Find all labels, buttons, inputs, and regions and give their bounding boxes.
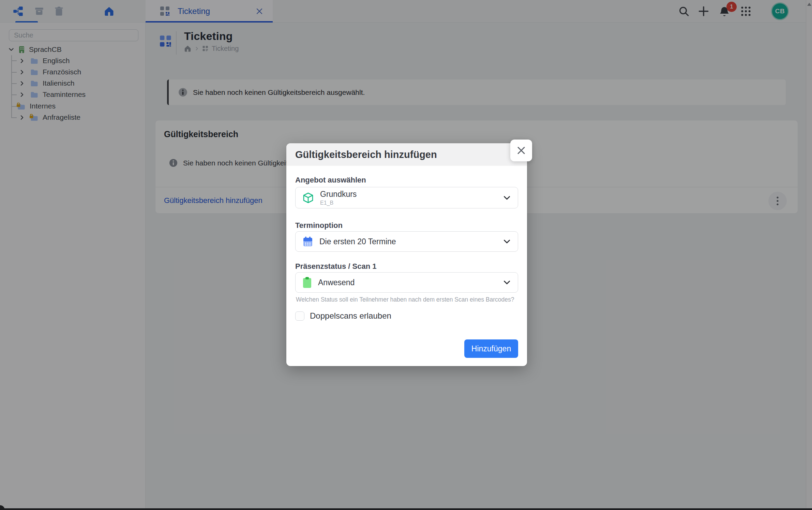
- clipboard-icon: [302, 277, 312, 288]
- package-icon: [302, 192, 314, 204]
- offer-value-stack: Grundkurs E1_B: [320, 190, 357, 206]
- modal-header: Gültigkeitsbereich hinzufügen: [286, 143, 527, 166]
- doppelscans-checkbox-row[interactable]: Doppelscans erlauben: [295, 311, 391, 321]
- status-select[interactable]: Anwesend: [295, 272, 518, 293]
- calendar-icon: [302, 236, 313, 247]
- doppelscans-label: Doppelscans erlauben: [310, 311, 391, 321]
- status-label: Präsenzstatus / Scan 1: [295, 262, 376, 271]
- termin-value: Die ersten 20 Termine: [319, 237, 396, 246]
- app-screen: Ticketing: [0, 0, 812, 510]
- offer-subvalue: E1_B: [320, 200, 357, 206]
- add-validity-scope-modal: Gültigkeitsbereich hinzufügen Angebot au…: [286, 143, 527, 366]
- doppelscans-checkbox[interactable]: [295, 311, 304, 321]
- status-value: Anwesend: [318, 278, 355, 287]
- offer-select[interactable]: Grundkurs E1_B: [295, 187, 518, 208]
- termin-label: Terminoption: [295, 221, 343, 230]
- window-bottom-edge: [0, 508, 812, 510]
- close-icon: [516, 145, 526, 156]
- chevron-down-icon: [503, 237, 511, 246]
- modal-title: Gültigkeitsbereich hinzufügen: [295, 149, 437, 160]
- modal-close-button[interactable]: [510, 140, 532, 161]
- chevron-down-icon: [503, 278, 511, 287]
- termin-select[interactable]: Die ersten 20 Termine: [295, 231, 518, 252]
- submit-button[interactable]: Hinzufügen: [464, 339, 518, 358]
- status-helper-text: Welchen Status soll ein Teilnehmer haben…: [296, 296, 514, 303]
- offer-label: Angebot auswählen: [295, 176, 366, 185]
- chevron-down-icon: [503, 194, 511, 202]
- offer-value: Grundkurs: [320, 190, 357, 199]
